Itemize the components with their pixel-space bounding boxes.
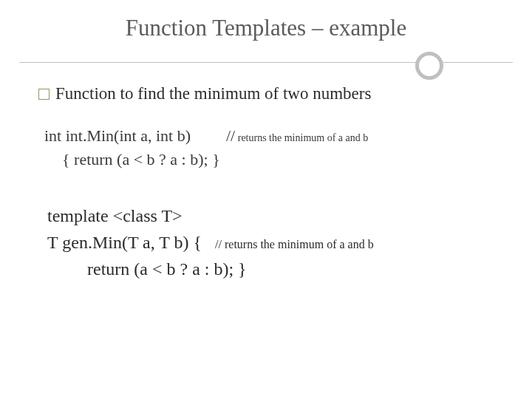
bullet-text: Function to find the minimum of two numb… — [55, 84, 371, 103]
comment-text: returns the minimum of a and b — [235, 132, 368, 143]
comment-slashes: // — [226, 126, 235, 145]
bullet-item: Function to find the minimum of two numb… — [38, 84, 494, 103]
code-line: { return (a < b ? a : b); } — [44, 148, 494, 171]
code-comment: // returns the minimum of a and b — [215, 236, 374, 253]
code-line: T gen.Min(T a, T b) { // returns the min… — [47, 229, 494, 256]
code-text: T gen.Min(T a, T b) { — [47, 229, 202, 256]
slide-body: Function to find the minimum of two numb… — [0, 75, 532, 282]
code-block-int: int int.Min(int a, int b) // returns the… — [44, 124, 494, 171]
code-line: template <class T> — [47, 202, 494, 229]
code-text: int int.Min(int a, int b) — [44, 124, 191, 148]
slide: Function Templates – example Function to… — [0, 0, 532, 399]
code-line: int int.Min(int a, int b) // returns the… — [44, 124, 494, 148]
square-bullet-icon — [38, 89, 50, 100]
code-line: return (a < b ? a : b); } — [47, 256, 494, 282]
code-block-template: template <class T> T gen.Min(T a, T b) {… — [47, 202, 494, 282]
circle-decor-icon — [415, 52, 443, 80]
slide-title: Function Templates – example — [0, 0, 532, 41]
code-comment: // returns the minimum of a and b — [226, 124, 368, 148]
title-divider — [0, 52, 532, 75]
